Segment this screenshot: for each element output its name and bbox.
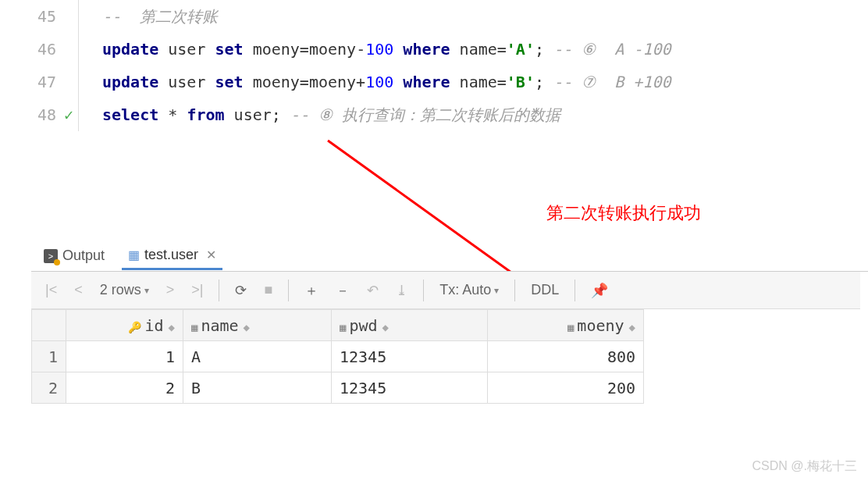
- line-number: 45: [0, 0, 56, 33]
- col-label: id: [144, 316, 163, 335]
- col-label: pwd: [349, 316, 377, 335]
- table-row[interactable]: 2 2 B 12345 200: [32, 372, 644, 404]
- string: 'A': [507, 40, 535, 59]
- ddl-button[interactable]: DDL: [526, 279, 564, 301]
- sort-icon[interactable]: ◆: [244, 321, 250, 333]
- separator: [288, 280, 289, 301]
- identifier: name=: [460, 40, 507, 59]
- cell-pwd[interactable]: 12345: [332, 341, 488, 372]
- chevron-down-icon: ▾: [494, 285, 499, 296]
- comment: -- ⑧ 执行查询：第二次转账后的数据: [281, 105, 560, 124]
- cell-moeny[interactable]: 800: [488, 341, 644, 372]
- tab-label: test.user: [144, 247, 198, 263]
- tx-mode[interactable]: Tx: Auto ▾: [435, 279, 503, 301]
- row-number: 1: [32, 341, 66, 372]
- rownum-header: [32, 310, 66, 341]
- punct: ;: [535, 73, 544, 91]
- table-header-row: 🔑id◆ ▦name◆ ▦pwd◆ ▦moeny◆: [32, 310, 644, 341]
- code-line: -- 第二次转账: [102, 0, 868, 33]
- col-label: name: [201, 316, 238, 335]
- tab-label: Output: [62, 248, 105, 264]
- stop-button[interactable]: ■: [259, 279, 277, 301]
- keyword: select: [102, 105, 158, 124]
- comment: -- ⑦ B +100: [544, 73, 671, 91]
- code-line: update user set moeny=moeny-100 where na…: [102, 33, 868, 66]
- keyword: set: [215, 73, 244, 91]
- tab-output[interactable]: > Output: [37, 243, 111, 269]
- col-pwd[interactable]: ▦pwd◆: [332, 310, 488, 341]
- add-row-button[interactable]: ＋: [300, 278, 323, 303]
- annotation-text: 第二次转账执行成功: [546, 201, 701, 225]
- col-label: moeny: [577, 316, 624, 335]
- string: 'B': [507, 73, 535, 91]
- key-icon: 🔑: [128, 321, 141, 333]
- col-moeny[interactable]: ▦moeny◆: [488, 310, 644, 341]
- cell-moeny[interactable]: 200: [488, 372, 644, 404]
- sort-icon[interactable]: ◆: [629, 321, 635, 333]
- last-page-button[interactable]: >|: [187, 279, 208, 301]
- table-row[interactable]: 1 1 A 12345 800: [32, 341, 644, 372]
- operator: -: [356, 40, 365, 59]
- separator: [575, 280, 575, 301]
- keyword: update: [102, 73, 158, 91]
- cell-name[interactable]: A: [183, 341, 332, 372]
- line-number: 48: [0, 98, 56, 131]
- tab-table[interactable]: ▦ test.user ✕: [122, 242, 222, 270]
- identifier: user: [158, 40, 215, 59]
- next-page-button[interactable]: >: [162, 279, 180, 301]
- keyword: where: [393, 73, 459, 91]
- watermark: CSDN @.梅花十三: [752, 458, 857, 475]
- commit-button[interactable]: ⤓: [391, 279, 412, 302]
- punct: ;: [535, 40, 544, 59]
- row-count[interactable]: 2 rows ▾: [95, 279, 154, 301]
- delete-row-button[interactable]: －: [331, 278, 354, 303]
- chevron-down-icon: ▾: [144, 285, 149, 296]
- identifier: moeny=moeny: [244, 40, 357, 59]
- code-editor: 45 46 47 48 -- 第二次转账 update user set moe…: [0, 0, 868, 131]
- identifier: name=: [460, 73, 507, 91]
- separator: [219, 280, 219, 301]
- separator: [514, 280, 515, 301]
- identifier: user: [158, 73, 215, 91]
- keyword: update: [102, 40, 158, 59]
- col-id[interactable]: 🔑id◆: [66, 310, 183, 341]
- revert-button[interactable]: ↶: [362, 279, 383, 302]
- line-gutter: 45 46 47 48: [0, 0, 78, 131]
- separator: [423, 280, 424, 301]
- row-count-label: 2 rows: [100, 282, 141, 298]
- close-icon[interactable]: ✕: [206, 248, 216, 262]
- first-page-button[interactable]: |<: [41, 279, 62, 301]
- col-name[interactable]: ▦name◆: [183, 310, 332, 341]
- column-icon: ▦: [567, 321, 574, 333]
- identifier: moeny=moeny+: [244, 73, 366, 91]
- column-icon: ▦: [340, 321, 346, 333]
- cell-pwd[interactable]: 12345: [332, 372, 488, 404]
- cell-id[interactable]: 1: [66, 341, 183, 372]
- code-line: select * from user; -- ⑧ 执行查询：第二次转账后的数据: [102, 98, 868, 131]
- column-icon: ▦: [191, 321, 197, 333]
- line-number: 47: [0, 66, 56, 98]
- comment: -- 第二次转账: [102, 7, 218, 26]
- number: 100: [365, 40, 393, 59]
- result-toolbar: |< < 2 rows ▾ > >| ⟳ ■ ＋ － ↶ ⤓ Tx: Auto …: [31, 272, 860, 309]
- table-icon: ▦: [128, 248, 140, 262]
- keyword: where: [393, 40, 459, 59]
- keyword: set: [215, 40, 244, 59]
- result-tabs: > Output ▦ test.user ✕: [31, 241, 868, 272]
- line-number: 46: [0, 33, 56, 66]
- code-area[interactable]: -- 第二次转账 update user set moeny=moeny-100…: [78, 0, 868, 131]
- prev-page-button[interactable]: <: [69, 279, 87, 301]
- identifier: user;: [225, 105, 281, 124]
- pin-button[interactable]: 📌: [586, 279, 613, 302]
- sort-icon[interactable]: ◆: [169, 321, 175, 333]
- keyword: from: [187, 105, 224, 124]
- reload-button[interactable]: ⟳: [230, 279, 251, 302]
- result-table: 🔑id◆ ▦name◆ ▦pwd◆ ▦moeny◆ 1 1 A 12345 80…: [31, 309, 644, 404]
- code-line: update user set moeny=moeny+100 where na…: [102, 66, 868, 98]
- cell-id[interactable]: 2: [66, 372, 183, 404]
- cell-name[interactable]: B: [183, 372, 332, 404]
- sort-icon[interactable]: ◆: [382, 321, 389, 333]
- number: 100: [365, 73, 393, 91]
- output-icon: >: [44, 249, 58, 263]
- row-number: 2: [32, 372, 66, 404]
